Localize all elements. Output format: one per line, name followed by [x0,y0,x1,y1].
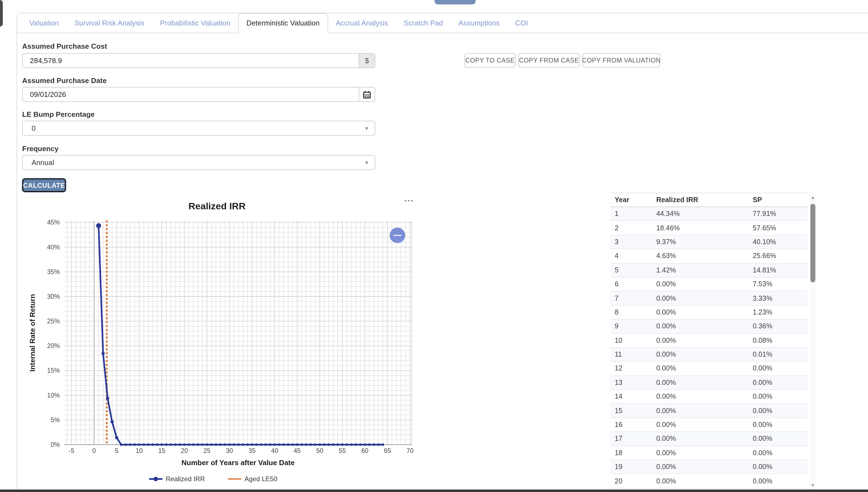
copy-from-valuation-button[interactable]: COPY FROM VALUATION [583,53,660,68]
svg-text:15%: 15% [47,367,60,374]
tab-assumptions[interactable]: Assumptions [451,13,508,33]
table-cell: 9 [610,323,652,330]
scroll-down-icon[interactable]: ▼ [809,483,817,488]
svg-text:50: 50 [316,447,323,454]
purchase-cost-label: Assumed Purchase Cost [22,42,107,50]
table-cell: 0.00% [748,365,807,372]
table-row: 130.00%0.00% [610,376,807,390]
table-cell: 0.08% [748,337,807,344]
table-cell: 0.00% [652,393,748,401]
bottom-window-edge [0,490,868,492]
table-cell: 0.00% [748,393,807,401]
tab-probabilistic-valuation[interactable]: Probabilistic Valuation [152,13,238,33]
frequency-select[interactable]: Annual ▼ [22,155,375,170]
svg-text:Number of Years after Value Da: Number of Years after Value Date [182,459,295,467]
table-cell: 0.00% [748,379,807,387]
column-header: SP [748,196,807,204]
realized-irr-chart: -505101520253035404550556065700%5%10%15%… [23,197,422,491]
table-cell: 0.00% [652,337,748,344]
svg-text:5%: 5% [51,416,60,424]
frequency-value: Annual [31,155,54,169]
svg-text:-5: -5 [69,447,74,454]
svg-text:Realized IRR: Realized IRR [188,201,245,211]
table-cell: 11 [610,350,652,358]
copy-from-case-button[interactable]: COPY FROM CASE [518,53,580,68]
table-cell: 57.65% [748,224,807,232]
table-cell: 7 [610,294,652,302]
table-cell: 5 [610,266,652,274]
table-cell: 0.00% [652,463,748,471]
table-cell: 0.00% [652,309,748,316]
tab-valuation[interactable]: Valuation [22,13,67,33]
svg-text:40%: 40% [47,244,60,251]
tab-deterministic-valuation[interactable]: Deterministic Valuation [238,13,328,33]
table-cell: 77.91% [748,210,807,218]
table-cell: 0.00% [652,294,748,302]
chart-zoom-out-button[interactable] [390,228,405,243]
calculate-button[interactable]: CALCULATE [22,178,66,192]
svg-text:20%: 20% [47,342,60,349]
table-row: 170.00%0.00% [610,432,807,446]
table-cell: 6 [610,280,652,288]
calendar-icon [363,91,371,98]
table-cell: 40.10% [748,238,807,246]
calendar-addon[interactable] [359,88,375,101]
svg-text:70: 70 [406,447,414,454]
table-header: YearRealized IRRSP [610,193,807,207]
table-cell: 0.00% [652,280,748,288]
table-cell: 1.23% [748,309,807,316]
table-cell: 17 [610,435,652,443]
table-cell: 18 [610,449,652,457]
svg-text:30: 30 [226,447,233,454]
left-drag-handle[interactable] [0,0,2,27]
svg-text:65: 65 [384,447,391,454]
frequency-label: Frequency [22,145,59,153]
svg-text:25: 25 [204,447,211,454]
table-cell: 0.00% [748,477,807,485]
table-cell: 0.00% [652,407,748,415]
table-cell: 0.00% [652,379,748,387]
purchase-cost-input[interactable]: 284,578.9 $ [22,53,375,68]
content-card: ValuationSurvival Risk AnalysisProbabili… [17,13,868,492]
le-bump-label: LE Bump Percentage [22,110,95,119]
table-cell: 15 [610,407,652,415]
table-cell: 3 [610,238,652,246]
table-cell: 16 [610,421,652,428]
scrollbar-thumb[interactable] [811,204,815,282]
table-row: 140.00%0.00% [610,390,807,404]
purchase-cost-value: 284,578.9 [30,54,62,68]
scroll-up-icon[interactable]: ▲ [809,195,817,200]
svg-text:55: 55 [339,447,346,454]
app-root: ValuationSurvival Risk AnalysisProbabili… [0,0,868,492]
table-cell: 0.00% [652,365,748,372]
table-row: 200.00%0.00% [610,474,807,488]
tab-survival-risk-analysis[interactable]: Survival Risk Analysis [67,13,153,33]
table-row: 60.00%7.53% [610,277,807,292]
table-cell: 4.63% [652,252,748,260]
tab-scratch-pad[interactable]: Scratch Pad [396,13,451,33]
purchase-date-input[interactable]: 09/01/2026 [22,87,375,102]
svg-text:Aged LE50: Aged LE50 [244,475,277,483]
chart-menu-icon[interactable]: ••• [404,197,414,204]
svg-text:45: 45 [294,447,301,454]
table-row: 110.00%0.01% [610,348,807,362]
column-header: Realized IRR [652,196,748,204]
table-cell: 18.46% [652,224,748,232]
tab-coi[interactable]: COI [508,13,536,33]
table-cell: 2 [610,224,652,232]
svg-text:35: 35 [249,447,256,454]
tab-accrual-analysis[interactable]: Accrual Analysis [328,13,396,33]
chart-canvas: -505101520253035404550556065700%5%10%15%… [23,197,422,491]
top-partial-button[interactable] [435,0,475,4]
table-row: 80.00%1.23% [610,305,807,320]
le-bump-select[interactable]: 0 ▼ [22,121,375,136]
chevron-down-icon: ▼ [364,121,369,136]
table-cell: 0.00% [652,477,748,485]
table-cell: 0.00% [748,435,807,443]
copy-to-case-button[interactable]: COPY TO CASE [465,53,515,68]
table-cell: 0.00% [652,449,748,457]
svg-text:40: 40 [271,447,278,454]
svg-text:25%: 25% [47,318,60,325]
table-scrollbar[interactable]: ▲ ▼ [809,193,817,490]
svg-text:0: 0 [92,447,96,454]
